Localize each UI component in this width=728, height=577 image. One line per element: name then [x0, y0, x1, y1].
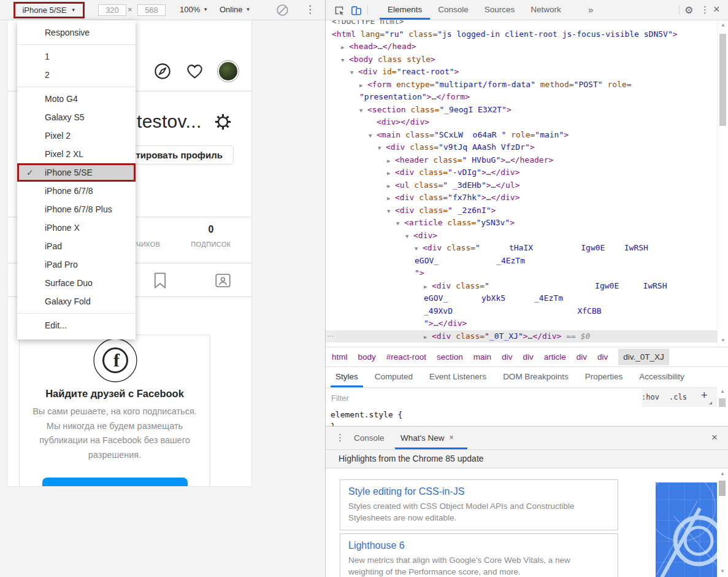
collapse-arrow-icon[interactable]: ▼ — [341, 54, 349, 67]
styles-tab-dom-breakpoints[interactable]: DOM Breakpoints — [498, 367, 573, 387]
styles-tab-event-listeners[interactable]: Event Listeners — [424, 367, 491, 387]
element-style-open[interactable]: element.style { — [326, 409, 728, 420]
device-toolbar-menu-icon[interactable]: ⋮ — [305, 3, 315, 16]
expand-arrow-icon[interactable]: ▶ — [387, 155, 395, 168]
devtools-tab-console[interactable]: Console — [430, 0, 477, 20]
collapse-arrow-icon[interactable]: ▼ — [369, 130, 377, 142]
breadcrumb-div[interactable]: div — [597, 352, 608, 362]
breadcrumb-div[interactable]: div — [502, 352, 512, 362]
dom-line[interactable]: ▶<header class=" HVbuG">…</header> — [326, 154, 718, 167]
more-tabs-icon[interactable]: » — [588, 0, 593, 20]
scroll-up-icon[interactable]: ▲ — [717, 471, 728, 476]
devtools-tab-network[interactable]: Network — [523, 0, 569, 20]
scrollbar-thumb[interactable] — [719, 481, 726, 496]
breadcrumb-html[interactable]: html — [332, 352, 348, 362]
close-tab-icon[interactable]: × — [450, 427, 454, 449]
inspect-element-icon[interactable] — [334, 5, 345, 16]
avatar[interactable] — [219, 62, 237, 80]
dom-line[interactable]: ▶<div class="-vDIg">…</div> — [326, 166, 718, 179]
dom-line[interactable]: ▶<head>…</head> — [326, 41, 718, 53]
scroll-up-icon[interactable]: ▲ — [718, 22, 728, 28]
breadcrumb-div[interactable]: div — [523, 352, 533, 362]
dom-line[interactable]: "> — [326, 267, 718, 280]
devtools-tab-sources[interactable]: Sources — [477, 0, 523, 20]
toggle-pseudo-state-button[interactable]: :hov — [642, 393, 659, 401]
dom-line[interactable]: ▼<div class=" _2z6nI"> — [326, 204, 718, 217]
saved-bookmark-icon[interactable] — [152, 272, 168, 289]
dom-line[interactable]: eGOV_ _4EzTm — [326, 255, 718, 268]
device-select[interactable]: iPhone 5/SE ▼ — [13, 2, 85, 18]
device-option-iphone-5-se[interactable]: ✓iPhone 5/SE — [17, 163, 136, 182]
breadcrumb-body[interactable]: body — [358, 352, 376, 362]
viewport-height-input[interactable]: 568 — [137, 4, 166, 16]
devtools-menu-icon[interactable]: ⋮ — [700, 4, 710, 15]
collapse-arrow-icon[interactable]: ▼ — [387, 205, 395, 218]
breadcrumb-div[interactable]: div — [577, 352, 587, 362]
scroll-down-icon[interactable]: ▼ — [718, 338, 728, 343]
whats-new-scrollbar[interactable]: ▲ ▼ — [717, 468, 728, 577]
collapse-arrow-icon[interactable]: ▼ — [350, 66, 358, 79]
collapse-arrow-icon[interactable]: ▼ — [378, 142, 386, 155]
settings-gear-icon[interactable]: ⚙ — [684, 4, 693, 16]
close-devtools-icon[interactable]: × — [713, 3, 720, 16]
tagged-photos-icon[interactable] — [215, 273, 231, 288]
dom-line[interactable]: ▶<div class="fx7hk">…</div> — [326, 192, 718, 204]
dom-line-selected[interactable]: ▶<div class="_0T_XJ">…</div> == $0 — [326, 330, 718, 343]
styles-filter-input[interactable] — [326, 389, 642, 407]
dom-line[interactable]: _49XvD XfCBB — [326, 305, 718, 318]
styles-tab-properties[interactable]: Properties — [580, 367, 628, 387]
dom-overflow-indicator[interactable]: ⋯ — [326, 330, 335, 343]
dom-line[interactable]: ▼<article class="ySN3v"> — [326, 217, 718, 230]
collapse-arrow-icon[interactable]: ▼ — [359, 104, 367, 117]
device-option-2[interactable]: 2 — [17, 66, 136, 84]
toggle-device-toolbar-icon[interactable] — [351, 4, 362, 16]
expand-arrow-icon[interactable]: ▶ — [424, 281, 432, 293]
collapse-arrow-icon[interactable]: ▼ — [396, 217, 404, 230]
stat-подписок[interactable]: 0подписок — [174, 224, 248, 248]
dom-line[interactable]: ▼<main class="SCxLW o64aR " role="main"> — [326, 129, 718, 142]
element-style-rule[interactable]: element.style { } — [326, 407, 728, 426]
styles-tab-styles[interactable]: Styles — [331, 367, 363, 387]
drawer-tab-console[interactable]: Console — [354, 427, 385, 449]
breadcrumb-section[interactable]: section — [437, 352, 463, 362]
scroll-up-icon[interactable]: ▲ — [717, 389, 728, 394]
expand-arrow-icon[interactable]: ▶ — [387, 167, 395, 180]
dom-line[interactable]: eGOV_ ybXk5 _4EzTm — [326, 292, 718, 305]
scrollbar-thumb[interactable] — [719, 34, 726, 126]
expand-arrow-icon[interactable]: ▶ — [387, 180, 395, 193]
rotate-disabled-icon[interactable] — [276, 4, 289, 17]
device-option-iphone-x[interactable]: iPhone X — [17, 219, 136, 237]
explore-compass-icon[interactable] — [154, 63, 171, 80]
collapse-arrow-icon[interactable]: ▼ — [415, 242, 423, 255]
dom-line[interactable]: ▼<section class="_9eogI E3X2T"> — [326, 104, 718, 117]
device-option-ipad-pro[interactable]: iPad Pro — [17, 255, 136, 274]
expand-arrow-icon[interactable]: ▶ — [387, 192, 395, 205]
breadcrumb-article[interactable]: article — [544, 352, 566, 362]
dom-line[interactable]: ▶<form enctype="multipart/form-data" met… — [326, 79, 718, 91]
device-option-pixel-2-xl[interactable]: Pixel 2 XL — [17, 145, 136, 163]
expand-arrow-icon[interactable]: ▶ — [359, 79, 367, 92]
toggle-class-button[interactable]: .cls — [669, 393, 687, 401]
breadcrumb-div-0t-xj[interactable]: div._0T_XJ — [618, 349, 669, 365]
styles-tab-computed[interactable]: Computed — [370, 367, 418, 387]
breadcrumb-react-root[interactable]: #react-root — [386, 352, 426, 362]
devtools-tab-elements[interactable]: Elements — [380, 0, 430, 20]
dom-line[interactable]: ▼<div id="react-root"> — [326, 66, 718, 79]
device-option-pixel-2[interactable]: Pixel 2 — [17, 126, 136, 145]
dom-line[interactable]: <!DOCTYPE html> — [326, 20, 718, 28]
device-option-iphone-6-7-8-plus[interactable]: iPhone 6/7/8 Plus — [17, 200, 136, 219]
device-option-iphone-6-7-8[interactable]: iPhone 6/7/8 — [17, 182, 136, 200]
device-option-surface-duo[interactable]: Surface Duo — [17, 274, 136, 292]
collapse-arrow-icon[interactable]: ▼ — [405, 230, 413, 243]
drawer-tab-whats-new[interactable]: What's New × — [400, 427, 454, 449]
dom-line[interactable]: ▼<div> — [326, 230, 718, 242]
device-option-moto-g4[interactable]: Moto G4 — [17, 90, 136, 108]
new-style-rule-button[interactable]: + — [701, 389, 708, 402]
device-option-ipad[interactable]: iPad — [17, 237, 136, 255]
connect-facebook-button[interactable]: Подключиться к Facebook — [42, 478, 188, 486]
dom-line[interactable]: "presentation">…</form> — [326, 91, 718, 104]
dom-line[interactable]: ▶<div class=" Igw0E IwRSH — [326, 280, 718, 293]
dom-line[interactable]: ▼<body class style> — [326, 53, 718, 66]
device-option-responsive[interactable]: Responsive — [17, 23, 136, 42]
dom-line[interactable]: <div></div> — [326, 116, 718, 129]
